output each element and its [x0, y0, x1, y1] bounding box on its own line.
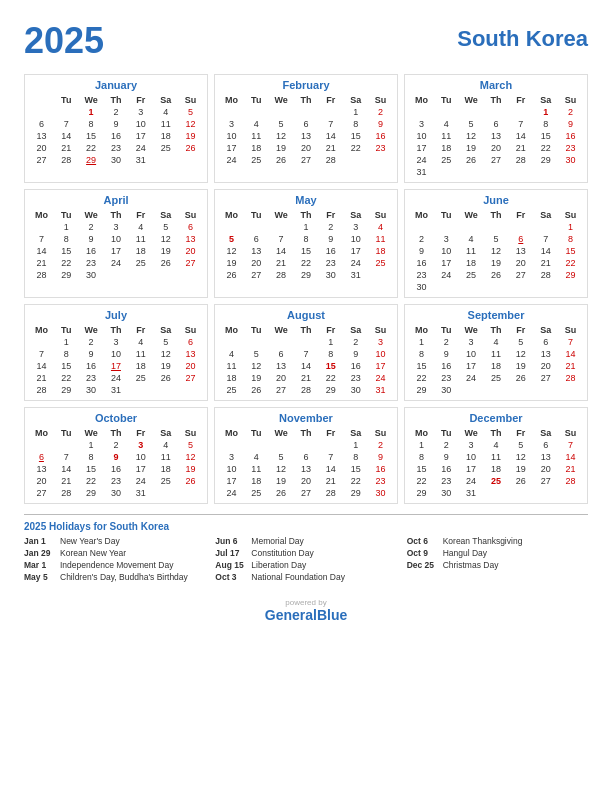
day-header: Mo: [409, 427, 434, 439]
day-cell: 11: [219, 360, 244, 372]
day-cell: [459, 166, 484, 178]
month-block-september: SeptemberMoTuWeThFrSaSu12345678910111213…: [404, 304, 588, 401]
calendar-row: 45678910: [219, 348, 393, 360]
day-cell: [533, 487, 558, 499]
day-cell: 23: [558, 142, 583, 154]
day-cell: 6: [294, 451, 319, 463]
day-cell: [29, 439, 54, 451]
day-cell: 6: [178, 336, 203, 348]
day-header: Sa: [343, 94, 368, 106]
day-cell: 29: [54, 269, 79, 281]
holiday-date: Mar 1: [24, 560, 56, 570]
day-cell: 5: [178, 439, 203, 451]
holiday-item: Jan 29Korean New Year: [24, 548, 205, 558]
day-cell: 15: [409, 463, 434, 475]
day-cell: 30: [343, 384, 368, 396]
day-cell: 19: [244, 372, 269, 384]
day-header: Sa: [153, 324, 178, 336]
calendar-row: MoTuWeThFrSaSu: [409, 209, 583, 221]
day-cell: 16: [434, 463, 459, 475]
day-cell: 16: [343, 360, 368, 372]
day-cell: 27: [178, 372, 203, 384]
day-header: Fr: [508, 209, 533, 221]
holiday-item: Jun 6Memorial Day: [215, 536, 396, 546]
day-cell: [508, 384, 533, 396]
day-header: Mo: [29, 427, 54, 439]
day-cell: 30: [409, 281, 434, 293]
day-cell: 26: [178, 142, 203, 154]
calendar-row: 2728293031: [29, 154, 203, 166]
day-cell: [533, 166, 558, 178]
day-cell: 28: [558, 372, 583, 384]
day-header: Mo: [409, 94, 434, 106]
calendar-row: 12345: [29, 439, 203, 451]
day-header: [29, 94, 54, 106]
day-cell: [533, 281, 558, 293]
day-cell: 6: [484, 118, 509, 130]
calendar-row: 20212223242526: [29, 142, 203, 154]
holiday-item: May 5Children's Day, Buddha's Birthday: [24, 572, 205, 582]
day-cell: 27: [178, 257, 203, 269]
day-cell: 27: [29, 487, 54, 499]
day-cell: 27: [533, 372, 558, 384]
day-cell: 14: [29, 245, 54, 257]
day-cell: 24: [128, 142, 153, 154]
day-cell: 9: [79, 233, 104, 245]
day-header: Mo: [219, 94, 244, 106]
day-cell: 10: [128, 451, 153, 463]
day-cell: [484, 384, 509, 396]
day-cell: [484, 106, 509, 118]
day-cell: [294, 106, 319, 118]
day-cell: 9: [318, 233, 343, 245]
calendar-row: 18192021222324: [219, 372, 393, 384]
day-cell: 12: [219, 245, 244, 257]
day-header: Th: [484, 427, 509, 439]
day-cell: [153, 154, 178, 166]
day-cell: 21: [54, 475, 79, 487]
day-cell: [318, 439, 343, 451]
day-cell: 16: [368, 130, 393, 142]
day-cell: 27: [484, 154, 509, 166]
day-cell: 12: [153, 233, 178, 245]
day-cell: 16: [434, 360, 459, 372]
day-cell: 17: [219, 142, 244, 154]
day-cell: 11: [153, 451, 178, 463]
day-cell: [153, 487, 178, 499]
day-cell: 12: [269, 463, 294, 475]
day-cell: 4: [128, 336, 153, 348]
calendar-row: 14151617181920: [29, 360, 203, 372]
calendar-row: 31: [409, 166, 583, 178]
calendar-row: MoTuWeThFrSaSu: [409, 94, 583, 106]
day-cell: 15: [533, 130, 558, 142]
day-cell: 14: [29, 360, 54, 372]
day-cell: [459, 221, 484, 233]
day-cell: 8: [409, 348, 434, 360]
header: 2025 South Korea: [24, 20, 588, 62]
day-cell: [508, 487, 533, 499]
day-cell: 3: [368, 336, 393, 348]
day-header: Th: [294, 324, 319, 336]
month-grid: MoTuWeThFrSaSu12345678910111213141516171…: [219, 94, 393, 166]
day-cell: 12: [244, 360, 269, 372]
day-header: Sa: [343, 427, 368, 439]
calendar-row: MoTuWeThFrSaSu: [29, 209, 203, 221]
day-cell: 31: [409, 166, 434, 178]
day-cell: 10: [434, 245, 459, 257]
calendar-row: 9101112131415: [409, 245, 583, 257]
day-cell: 3: [343, 221, 368, 233]
day-cell: 2: [318, 221, 343, 233]
day-cell: 1: [409, 336, 434, 348]
day-cell: 31: [459, 487, 484, 499]
day-header: Mo: [409, 324, 434, 336]
day-cell: 7: [558, 439, 583, 451]
calendar-row: 24252627282930: [219, 487, 393, 499]
day-cell: 11: [244, 130, 269, 142]
day-cell: [54, 439, 79, 451]
day-header: Tu: [54, 94, 79, 106]
day-cell: 7: [318, 118, 343, 130]
day-cell: [434, 166, 459, 178]
month-title: October: [29, 412, 203, 424]
day-cell: 13: [178, 348, 203, 360]
day-cell: 17: [104, 360, 129, 372]
day-cell: 25: [153, 142, 178, 154]
